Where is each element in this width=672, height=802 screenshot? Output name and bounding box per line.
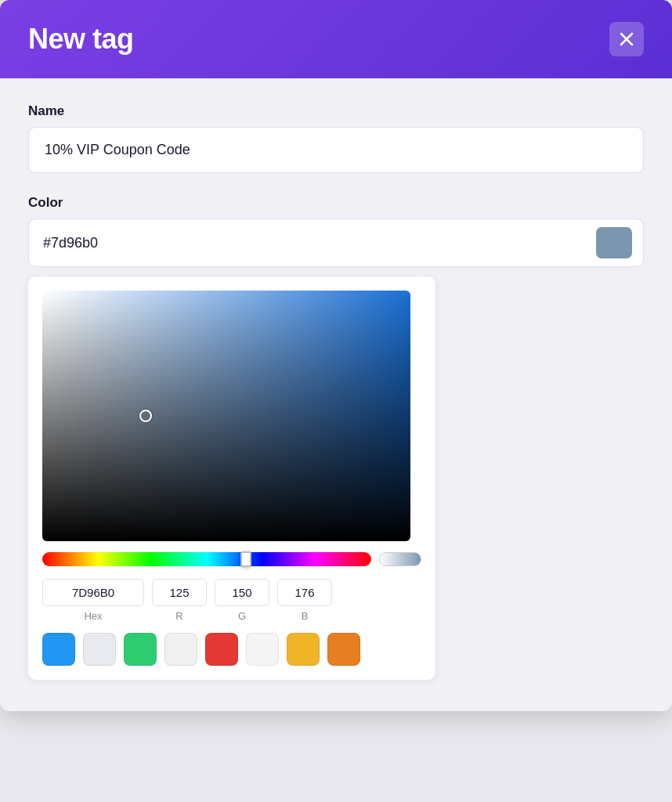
color-swatch-button[interactable]: [596, 227, 632, 258]
color-picker-panel: Hex R G B: [28, 276, 435, 680]
b-value-input[interactable]: [277, 579, 332, 606]
modal-title: New tag: [28, 23, 134, 56]
preset-swatch-white[interactable]: [246, 633, 279, 666]
alpha-slider[interactable]: [379, 552, 421, 566]
b-label: B: [302, 610, 309, 622]
preset-swatch-red[interactable]: [205, 633, 238, 666]
hex-label: Hex: [84, 610, 102, 622]
r-value-input[interactable]: [152, 579, 207, 606]
g-label: G: [238, 610, 246, 622]
r-field: R: [152, 579, 207, 622]
preset-swatch-green[interactable]: [124, 633, 157, 666]
color-cursor: [139, 410, 152, 422]
hex-field: Hex: [42, 579, 144, 622]
name-input[interactable]: [28, 127, 644, 173]
presets-row: [42, 633, 421, 666]
preset-swatch-yellow[interactable]: [287, 633, 320, 666]
new-tag-modal: New tag Name Color: [0, 0, 672, 711]
close-button[interactable]: [609, 22, 644, 56]
name-label: Name: [28, 103, 644, 119]
preset-swatch-white-gray[interactable]: [164, 633, 197, 666]
modal-header: New tag: [0, 0, 672, 78]
preset-swatch-blue[interactable]: [42, 633, 75, 666]
hue-slider[interactable]: [42, 552, 371, 566]
color-field-row: [28, 219, 644, 267]
g-value-input[interactable]: [215, 579, 269, 606]
modal-body: Name Color Hex: [0, 78, 672, 711]
hex-value-input[interactable]: [42, 579, 144, 606]
color-gradient-canvas[interactable]: [42, 291, 410, 541]
rgb-inputs-row: Hex R G B: [42, 579, 421, 622]
preset-swatch-light-gray[interactable]: [83, 633, 116, 666]
color-label: Color: [28, 195, 644, 211]
close-icon: [619, 31, 634, 47]
b-field: B: [277, 579, 332, 622]
hue-thumb: [240, 551, 251, 567]
preset-swatch-orange[interactable]: [327, 633, 360, 666]
r-label: R: [175, 610, 182, 622]
g-field: G: [215, 579, 269, 622]
hue-alpha-row: [42, 552, 421, 566]
color-hex-input[interactable]: [40, 230, 588, 256]
